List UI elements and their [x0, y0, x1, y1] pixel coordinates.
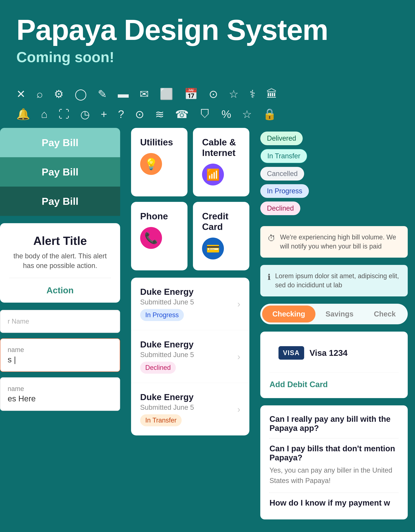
icons-row-2: 🔔 ⌂ ⛶ ◷ + ? ⊙ ≋ ☎ ⛉ % ☆ 🔒 [16, 108, 399, 121]
hero-section: Papaya Design System Coming soon! [0, 0, 415, 76]
pay-bill-button-dark[interactable]: Pay Bill [0, 187, 120, 216]
health-icon[interactable]: ⚕ [249, 88, 255, 100]
transaction-item-1[interactable]: Duke Energy Submitted June 5 In Progress… [131, 278, 249, 330]
category-name-phone: Phone [140, 211, 178, 222]
wifi-icon[interactable]: ≋ [155, 108, 164, 121]
lock-icon[interactable]: 🔒 [263, 108, 277, 121]
visa-label: Visa 1234 [310, 348, 348, 358]
phone-icon-wrap: 📞 [140, 227, 162, 249]
transaction-name-3: Duke Energy [140, 392, 194, 402]
input-name: r Name [0, 310, 120, 333]
input-section: r Name name s | name es Here [0, 310, 120, 411]
tab-savings[interactable]: Savings [315, 305, 364, 323]
clock-banner-icon: ⏱ [267, 233, 276, 244]
chevron-right-icon-3: › [237, 404, 240, 415]
hero-subtitle: Coming soon! [16, 49, 399, 66]
in-progress-pill: In Progress [260, 184, 309, 198]
pay-bill-button-medium[interactable]: Pay Bill [0, 157, 120, 187]
bulb-icon[interactable]: ☆ [229, 88, 239, 100]
alert-card: Alert Title the body of the alert. This … [0, 223, 120, 303]
cable-icon-wrap: 📶 [202, 164, 224, 185]
search-icon[interactable]: ⌕ [37, 88, 43, 100]
expand-icon[interactable]: ⛶ [58, 108, 69, 120]
star-icon[interactable]: ☆ [242, 108, 252, 121]
visa-card[interactable]: VISA Visa 1234 [269, 339, 399, 367]
shield-icon[interactable]: ⛉ [200, 108, 211, 120]
category-card-cable[interactable]: Cable & Internet 📶 [193, 128, 249, 196]
transaction-date-1: Submitted June 5 [140, 298, 194, 306]
tab-check[interactable]: Check [364, 305, 406, 323]
chevron-right-icon-1: › [237, 299, 240, 309]
add-debit-card-button[interactable]: Add Debit Card [269, 378, 399, 391]
info-banner-icon: ℹ [267, 271, 271, 283]
wifi-category-icon: 📶 [206, 168, 220, 181]
faq-section: Can I really pay any bill with the Papay… [260, 405, 408, 519]
delivered-pill: Delivered [260, 132, 303, 145]
phone-category-icon: 📞 [144, 232, 158, 245]
transaction-info-1: Duke Energy Submitted June 5 In Progress [140, 287, 194, 321]
category-card-utilities[interactable]: Utilities 💡 [131, 128, 187, 196]
bell-icon[interactable]: 🔔 [16, 108, 30, 121]
faq-question-3[interactable]: How do I know if my payment w [269, 498, 399, 507]
input-sublabel[interactable]: name [8, 346, 112, 354]
chevron-right-icon-2: › [237, 351, 240, 362]
account-tabs: Checking Savings Check [260, 304, 408, 324]
plus-icon[interactable]: + [101, 108, 107, 120]
credit-category-icon: 💳 [206, 242, 220, 255]
left-column: Pay Bill Pay Bill Pay Bill Alert Title t… [0, 128, 124, 519]
clock-icon[interactable]: ◷ [80, 108, 90, 121]
transaction-item-3[interactable]: Duke Energy Submitted June 5 In Transfer… [131, 383, 249, 436]
image-icon[interactable]: ⬜ [160, 87, 173, 100]
input-sublabel-3[interactable]: name [8, 385, 112, 393]
phone-icon[interactable]: ☎ [175, 108, 189, 121]
alert-icon[interactable]: ⊙ [209, 88, 218, 100]
input-value-error[interactable]: s | [8, 355, 112, 364]
input-label-1[interactable]: r Name [8, 318, 112, 325]
middle-column: Utilities 💡 Cable & Internet 📶 Phone 📞 [124, 128, 257, 519]
transaction-info-3: Duke Energy Submitted June 5 In Transfer [140, 392, 194, 426]
cancelled-pill: Cancelled [260, 167, 304, 180]
transaction-date-2: Submitted June 5 [140, 351, 194, 359]
status-badges-panel: Delivered In Transfer Cancelled In Progr… [260, 128, 408, 219]
input-name-3: name es Here [0, 377, 120, 411]
category-card-phone[interactable]: Phone 📞 [131, 202, 187, 270]
transaction-info-2: Duke Energy Submitted June 5 Declined [140, 339, 194, 374]
card-icon[interactable]: ▬ [118, 88, 129, 100]
help-icon[interactable]: ? [118, 108, 124, 120]
close-icon[interactable]: ✕ [16, 88, 26, 100]
faq-question-2[interactable]: Can I pay bills that don't mention Papay… [269, 444, 399, 462]
pay-bill-button-light[interactable]: Pay Bill [0, 128, 120, 157]
alert-banner-text-2: Lorem ipsum dolor sit amet, adipiscing e… [275, 271, 400, 290]
visa-badge: VISA [278, 346, 304, 360]
gear-icon[interactable]: ⚙ [54, 88, 64, 100]
alert-banner-teal: ℹ Lorem ipsum dolor sit amet, adipiscing… [260, 265, 408, 296]
transaction-item-2[interactable]: Duke Energy Submitted June 5 Declined › [131, 330, 249, 383]
main-content: Pay Bill Pay Bill Pay Bill Alert Title t… [0, 128, 415, 532]
category-grid: Utilities 💡 Cable & Internet 📶 Phone 📞 [131, 128, 249, 270]
location-icon[interactable]: ⊙ [135, 108, 144, 121]
category-name-credit: Credit Card [202, 211, 240, 232]
category-card-credit[interactable]: Credit Card 💳 [193, 202, 249, 270]
tab-checking[interactable]: Checking [262, 305, 315, 323]
mail-icon[interactable]: ✉ [140, 88, 149, 100]
transaction-date-3: Submitted June 5 [140, 404, 194, 411]
home-icon[interactable]: ⌂ [41, 108, 47, 120]
bulb-category-icon: 💡 [144, 158, 158, 171]
status-badge-in-transfer: In Transfer [140, 414, 182, 426]
credit-icon-wrap: 💳 [202, 238, 224, 259]
alert-title: Alert Title [9, 234, 111, 247]
icons-section: ✕ ⌕ ⚙ ◯ ✎ ▬ ✉ ⬜ 📅 ⊙ ☆ ⚕ 🏛 🔔 ⌂ ⛶ ◷ + ? ⊙ … [0, 76, 415, 128]
icons-row-1: ✕ ⌕ ⚙ ◯ ✎ ▬ ✉ ⬜ 📅 ⊙ ☆ ⚕ 🏛 [16, 87, 399, 100]
user-icon[interactable]: ◯ [75, 88, 87, 100]
calendar-icon[interactable]: 📅 [184, 87, 198, 100]
alert-action[interactable]: Action [9, 285, 111, 295]
percent-icon[interactable]: % [221, 108, 231, 120]
alert-banner-orange: ⏱ We're experiencing high bill volume. W… [260, 226, 408, 258]
edit-icon[interactable]: ✎ [98, 88, 107, 100]
faq-question-1[interactable]: Can I really pay any bill with the Papay… [269, 415, 399, 433]
input-value-3[interactable]: es Here [8, 394, 112, 403]
alert-banner-text-1: We're experiencing high bill volume. We … [280, 233, 400, 251]
right-column: Delivered In Transfer Cancelled In Progr… [257, 128, 415, 519]
bank-icon[interactable]: 🏛 [266, 88, 277, 100]
utilities-icon-wrap: 💡 [140, 153, 162, 175]
